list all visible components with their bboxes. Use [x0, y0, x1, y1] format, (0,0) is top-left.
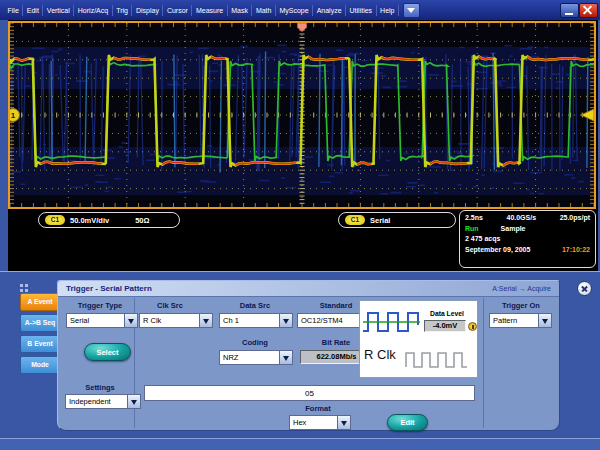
- tab-b-event[interactable]: B Event: [20, 335, 60, 353]
- time-readout: 17:10:22: [562, 246, 590, 253]
- chevron-down-icon[interactable]: [125, 313, 138, 328]
- channel-readout[interactable]: C1 50.0mV/div 50Ω: [38, 212, 180, 228]
- trigger-type-dropdown[interactable]: Serial: [66, 313, 138, 328]
- chevron-down-icon[interactable]: [128, 394, 141, 409]
- chevron-down-icon[interactable]: [338, 415, 351, 430]
- menu-item-help[interactable]: Help: [377, 5, 399, 16]
- menu-item-cursor[interactable]: Cursor: [163, 5, 192, 16]
- dialog-grip-icon[interactable]: [20, 284, 23, 287]
- chevron-down-icon[interactable]: [280, 350, 293, 365]
- menu-item-mask[interactable]: Mask: [228, 5, 253, 16]
- menu-item-file[interactable]: File: [4, 5, 23, 16]
- trigger-readout[interactable]: C1 Serial: [338, 212, 456, 228]
- resolution-readout: 25.0ps/pt: [560, 214, 590, 221]
- chevron-down-icon[interactable]: [539, 313, 552, 328]
- close-window-button[interactable]: [579, 3, 598, 18]
- menu-item-vertical[interactable]: Vertical: [43, 5, 74, 16]
- column-divider: [483, 298, 484, 428]
- multipurpose-knob-icon[interactable]: [468, 322, 477, 331]
- data-src-dropdown[interactable]: Ch 1: [219, 313, 293, 328]
- data-src-label: Data Src: [219, 301, 291, 310]
- channel-1-marker-label: 1: [11, 111, 16, 120]
- menu-overflow-button[interactable]: [403, 3, 420, 18]
- trigger-source-badge: C1: [345, 215, 365, 225]
- serial-trigger-preview: Data Level -4.0mV R Clk: [359, 300, 478, 378]
- menu-item-math[interactable]: Math: [252, 5, 276, 16]
- acquisition-status-box: 2.5ns 40.0GS/s 25.0ps/pt Run Sample 2 47…: [459, 210, 596, 268]
- timebase-readout: 2.5ns: [465, 214, 483, 221]
- date-readout: September 09, 2005: [465, 246, 530, 253]
- acquisition-mode: Sample: [501, 225, 526, 232]
- settings-label: Settings: [68, 383, 132, 392]
- menu-item-edit[interactable]: Edit: [23, 5, 43, 16]
- chevron-down-icon[interactable]: [280, 313, 293, 328]
- menu-item-analyze[interactable]: Analyze: [313, 5, 346, 16]
- minimize-button[interactable]: [560, 3, 579, 18]
- format-label: Format: [294, 404, 342, 413]
- termination: 50Ω: [135, 216, 149, 225]
- sample-rate-readout: 40.0GS/s: [506, 214, 536, 221]
- acquisition-count: 2 475 acqs: [465, 235, 500, 242]
- dialog-area-separator: [0, 271, 600, 272]
- waveform-graticule-frame: 1: [8, 21, 596, 209]
- format-dropdown[interactable]: Hex: [289, 415, 351, 430]
- vertical-scale: 50.0mV/div: [70, 216, 109, 225]
- menu-item-myscope[interactable]: MyScope: [276, 5, 313, 16]
- trigger-position-marker[interactable]: [298, 23, 307, 32]
- menu-item-horizacq[interactable]: Horiz/Acq: [74, 5, 112, 16]
- channel-badge: C1: [45, 215, 65, 225]
- recovered-clock-label: R Clk: [364, 347, 396, 362]
- dialog-context: A:Serial → Acquire: [492, 285, 551, 292]
- trigger-type-label: Trigger Type: [64, 301, 136, 310]
- pattern-value-field[interactable]: 05: [144, 385, 475, 401]
- select-button[interactable]: Select: [84, 343, 131, 361]
- data-waveform-icon: [363, 305, 421, 339]
- trigger-type-readout: Serial: [370, 216, 390, 225]
- clock-waveform-icon: [404, 347, 470, 371]
- tab-mode[interactable]: Mode: [20, 356, 60, 374]
- coding-dropdown[interactable]: NRZ: [219, 350, 293, 365]
- acquisition-state: Run: [465, 225, 479, 232]
- coding-label: Coding: [224, 338, 286, 347]
- dialog-title: Trigger - Serial Pattern: [66, 284, 152, 293]
- waveform-display: 1: [10, 23, 594, 207]
- bottom-strip: [0, 439, 600, 450]
- menu-item-trig[interactable]: Trig: [113, 5, 133, 16]
- clk-src-dropdown[interactable]: R Clk: [139, 313, 213, 328]
- clk-src-label: Clk Src: [140, 301, 200, 310]
- trigger-on-label: Trigger On: [490, 301, 552, 310]
- menu-item-measure[interactable]: Measure: [192, 5, 227, 16]
- settings-dropdown[interactable]: Independent: [65, 394, 141, 409]
- bit-rate-label: Bit Rate: [305, 338, 367, 347]
- tab-a-event[interactable]: A Event: [20, 293, 60, 311]
- dialog-close-button[interactable]: [577, 281, 592, 296]
- data-level-value[interactable]: -4.0mV: [424, 320, 466, 332]
- menu-bar: FileEditVerticalHoriz/AcqTrigDisplayCurs…: [0, 0, 600, 20]
- data-level-label: Data Level: [418, 310, 476, 317]
- menu-bar-items: FileEditVerticalHoriz/AcqTrigDisplayCurs…: [4, 5, 399, 16]
- trigger-serial-pattern-dialog: Trigger - Serial Pattern A:Serial → Acqu…: [57, 280, 560, 431]
- trigger-on-dropdown[interactable]: Pattern: [489, 313, 552, 328]
- menu-item-utilities[interactable]: Utilities: [346, 5, 377, 16]
- oscilloscope-screen: FileEditVerticalHoriz/AcqTrigDisplayCurs…: [0, 0, 600, 450]
- edit-button[interactable]: Edit: [387, 414, 428, 431]
- tab-a-b-seq[interactable]: A->B Seq: [20, 314, 60, 332]
- menu-item-display[interactable]: Display: [132, 5, 163, 16]
- chevron-down-icon[interactable]: [200, 313, 213, 328]
- dialog-header[interactable]: Trigger - Serial Pattern A:Serial → Acqu…: [58, 281, 559, 297]
